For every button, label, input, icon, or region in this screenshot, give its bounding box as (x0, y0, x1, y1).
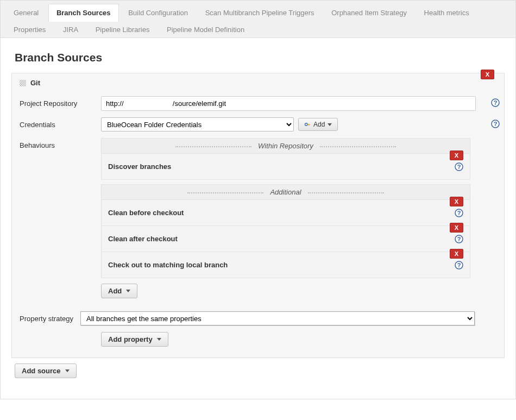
tab-health-metrics[interactable]: Health metrics (417, 4, 477, 21)
svg-text:?: ? (494, 99, 498, 106)
property-strategy-row: Property strategy All branches get the s… (12, 308, 504, 329)
delete-source-button[interactable]: X (481, 70, 494, 79)
within-repository-header: Within Repository (101, 138, 470, 154)
source-type-label: Git (30, 79, 40, 87)
credentials-add-label: Add (313, 121, 325, 128)
behaviour-checkout-matching-local: X Check out to matching local branch ? (101, 252, 470, 278)
tab-build-configuration[interactable]: Build Configuration (121, 4, 196, 21)
credentials-add-button[interactable]: Add (298, 118, 338, 131)
credentials-select[interactable]: BlueOcean Folder Credentials (101, 117, 294, 131)
credentials-row: Credentials BlueOcean Folder Credentials… (12, 114, 504, 135)
help-icon[interactable]: ? (491, 120, 500, 128)
behaviour-title: Clean after checkout (108, 235, 178, 243)
delete-behaviour-button[interactable]: X (450, 249, 463, 259)
svg-text:?: ? (457, 262, 461, 268)
behaviours-label: Behaviours (20, 138, 101, 149)
svg-text:?: ? (457, 164, 461, 170)
tab-bar: General Branch Sources Build Configurati… (1, 1, 515, 38)
help-icon[interactable]: ? (455, 209, 463, 217)
footer-area: Add source (11, 358, 505, 388)
tab-jira[interactable]: JIRA (55, 21, 86, 38)
key-icon (304, 121, 311, 128)
delete-behaviour-button[interactable]: X (450, 223, 463, 233)
tab-orphaned-item-strategy[interactable]: Orphaned Item Strategy (324, 4, 414, 21)
behaviours-row: Behaviours Within Repository X Discover … (12, 135, 504, 302)
additional-header: Additional (101, 184, 470, 200)
section-title: Branch Sources (15, 51, 501, 64)
tab-general[interactable]: General (6, 4, 46, 21)
chevron-down-icon (328, 123, 332, 126)
svg-point-2 (305, 123, 308, 126)
delete-behaviour-button[interactable]: X (450, 151, 463, 160)
behaviours-add-label: Add (108, 287, 122, 295)
repo-label: Project Repository (20, 96, 101, 108)
repo-input[interactable] (101, 96, 476, 111)
tab-properties[interactable]: Properties (6, 21, 53, 38)
tab-branch-sources[interactable]: Branch Sources (48, 4, 119, 22)
chevron-down-icon (65, 369, 70, 372)
delete-behaviour-button[interactable]: X (450, 197, 463, 206)
chevron-down-icon (157, 338, 161, 341)
chevron-down-icon (126, 290, 130, 292)
source-header: Git (12, 73, 504, 93)
add-property-label: Add property (108, 335, 153, 343)
tab-pipeline-model-definition[interactable]: Pipeline Model Definition (159, 21, 252, 38)
behaviour-title: Check out to matching local branch (108, 261, 228, 269)
svg-text:?: ? (457, 236, 461, 242)
svg-text:?: ? (494, 121, 498, 127)
content-area: Branch Sources X Git Project Repository … (1, 38, 515, 399)
add-property-button[interactable]: Add property (101, 332, 168, 347)
add-property-row: Add property (12, 329, 504, 350)
property-strategy-select[interactable]: All branches get the same properties (80, 311, 475, 325)
property-strategy-label: Property strategy (20, 311, 80, 323)
credentials-label: Credentials (20, 117, 101, 129)
drag-handle-icon[interactable] (20, 80, 26, 86)
behaviour-title: Clean before checkout (108, 209, 184, 217)
tab-scan-triggers[interactable]: Scan Multibranch Pipeline Triggers (198, 4, 322, 21)
behaviour-clean-after-checkout: X Clean after checkout ? (101, 226, 470, 252)
add-source-button[interactable]: Add source (15, 363, 77, 378)
tab-pipeline-libraries[interactable]: Pipeline Libraries (88, 21, 158, 38)
git-source-box: X Git Project Repository ? Credentials B… (11, 73, 505, 358)
behaviours-container: Within Repository X Discover branches ? … (101, 138, 470, 298)
behaviours-add-button[interactable]: Add (101, 284, 137, 298)
help-icon[interactable]: ? (455, 235, 463, 243)
svg-text:?: ? (457, 210, 461, 216)
behaviour-clean-before-checkout: X Clean before checkout ? (101, 200, 470, 226)
help-icon[interactable]: ? (455, 261, 463, 269)
help-icon[interactable]: ? (491, 98, 500, 107)
behaviour-title: Discover branches (108, 162, 171, 171)
behaviour-discover-branches: X Discover branches ? (101, 154, 470, 180)
help-icon[interactable]: ? (455, 162, 463, 171)
repo-row: Project Repository ? (12, 93, 504, 114)
config-page: General Branch Sources Build Configurati… (0, 0, 516, 399)
add-source-label: Add source (22, 367, 61, 375)
